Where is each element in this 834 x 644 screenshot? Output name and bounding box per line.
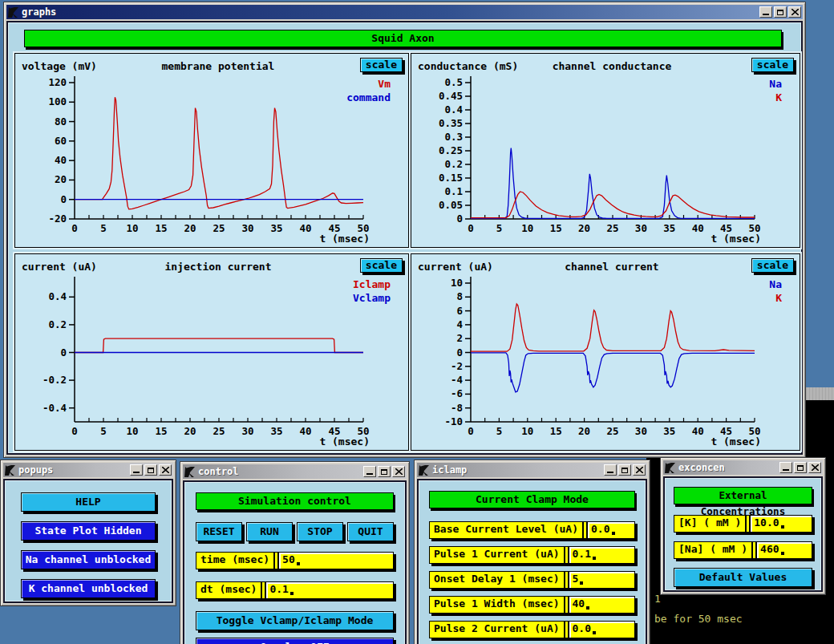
svg-text:0.4: 0.4 <box>444 103 463 115</box>
control-titlebar[interactable]: control <box>183 464 407 479</box>
close-button[interactable] <box>808 462 821 473</box>
pulse1-width-input[interactable]: 40 <box>569 597 634 613</box>
minimize-button[interactable] <box>759 6 772 18</box>
pulse2-current-field-row: Pulse 2 Current (uA) 0.0 <box>429 621 635 638</box>
svg-text:35: 35 <box>270 222 282 234</box>
svg-text:10: 10 <box>451 277 463 289</box>
x11-logo-icon <box>8 7 18 18</box>
pulse1-current-field-row: Pulse 1 Current (uA) 0.1 <box>429 546 635 564</box>
iclamp-window: iclamp Current Clamp Mode Base Current L… <box>414 460 650 644</box>
maximize-button[interactable] <box>144 464 157 476</box>
base-current-label: Base Current Level (uA) <box>430 522 582 538</box>
na-concentration-label: [Na] ( mM ) <box>674 542 751 558</box>
terminal-output-line: be for 50 msec <box>654 613 743 625</box>
close-icon <box>791 9 799 15</box>
popups-titlebar[interactable]: popups <box>3 463 173 477</box>
maximize-button[interactable] <box>794 462 807 473</box>
maximize-icon <box>797 465 804 471</box>
svg-text:120: 120 <box>48 76 67 88</box>
svg-text:0.3: 0.3 <box>444 131 463 143</box>
maximize-icon <box>381 469 387 475</box>
iclamp-titlebar[interactable]: iclamp <box>417 463 647 477</box>
toggle-clamp-mode-button[interactable]: Toggle Vclamp/Iclamp Mode <box>196 611 394 630</box>
run-button-row: RESET RUN STOP QUIT <box>196 522 394 541</box>
svg-text:20: 20 <box>184 425 196 437</box>
scale-button[interactable]: scale <box>751 258 794 273</box>
svg-text:Na: Na <box>769 278 782 290</box>
pulse2-current-input[interactable]: 0.0 <box>569 622 634 638</box>
control-window-content: Simulation control RESET RUN STOP QUIT t… <box>183 480 407 644</box>
minimize-icon <box>607 472 613 473</box>
svg-text:0.5: 0.5 <box>444 76 463 88</box>
svg-text:t (msec): t (msec) <box>319 233 370 245</box>
close-icon <box>162 467 169 473</box>
maximize-button[interactable] <box>618 464 631 476</box>
default-values-button[interactable]: Default Values <box>674 568 812 587</box>
svg-text:0: 0 <box>60 346 67 358</box>
scale-button[interactable]: scale <box>360 258 403 273</box>
svg-text:0.35: 0.35 <box>439 117 463 129</box>
quit-button[interactable]: QUIT <box>347 522 394 541</box>
time-field-label: time (msec) <box>196 553 273 569</box>
scale-button[interactable]: scale <box>360 58 403 72</box>
svg-text:5: 5 <box>496 222 503 234</box>
pulse1-width-label: Pulse 1 Width (msec) <box>430 597 564 613</box>
run-button[interactable]: RUN <box>246 522 293 541</box>
svg-text:10: 10 <box>126 425 138 437</box>
svg-text:4: 4 <box>456 318 463 330</box>
external-concentrations-banner: External Concentrations <box>674 487 812 504</box>
minimize-button[interactable] <box>604 464 617 476</box>
base-current-input[interactable]: 0.0 <box>588 522 634 538</box>
svg-text:K: K <box>775 91 782 103</box>
window-title: popups <box>18 463 127 477</box>
svg-text:25: 25 <box>213 425 225 437</box>
svg-text:0.4: 0.4 <box>48 290 67 302</box>
time-field-input[interactable]: 50 <box>279 553 393 569</box>
svg-text:20: 20 <box>578 222 590 234</box>
svg-text:5: 5 <box>100 222 107 234</box>
close-button[interactable] <box>788 6 801 18</box>
overlay-toggle-button[interactable]: Overlay OFF <box>196 638 394 644</box>
svg-text:channel current: channel current <box>565 261 658 273</box>
iclamp-window-content: Current Clamp Mode Base Current Level (u… <box>417 479 647 644</box>
exconcen-titlebar[interactable]: exconcen <box>663 460 823 475</box>
stop-button[interactable]: STOP <box>297 522 343 541</box>
pulse1-current-input[interactable]: 0.1 <box>569 547 634 563</box>
dt-field-input[interactable]: 0.1 <box>266 582 393 598</box>
svg-text:60: 60 <box>55 135 67 147</box>
window-title: iclamp <box>432 463 601 477</box>
onset-delay1-input[interactable]: 5 <box>569 572 634 588</box>
state-plot-toggle-button[interactable]: State Plot Hidden <box>21 521 156 541</box>
help-button[interactable]: HELP <box>21 492 156 512</box>
minimize-button[interactable] <box>363 466 376 477</box>
graphs-window-content: Squid Axon scale 120100806040200-2005101… <box>6 21 803 455</box>
maximize-button[interactable] <box>378 466 391 477</box>
close-button[interactable] <box>633 464 646 476</box>
svg-text:25: 25 <box>213 222 225 234</box>
minimize-icon <box>366 473 373 475</box>
svg-text:0: 0 <box>456 213 463 225</box>
close-icon <box>395 468 403 475</box>
x11-logo-icon <box>184 467 195 477</box>
svg-text:5: 5 <box>100 425 107 437</box>
close-button[interactable] <box>392 466 405 477</box>
reset-button[interactable]: RESET <box>196 522 242 541</box>
scale-button[interactable]: scale <box>751 58 794 72</box>
k-channel-block-button[interactable]: K channel unblocked <box>21 579 156 598</box>
svg-text:0.1: 0.1 <box>444 185 463 197</box>
maximize-icon <box>777 10 783 15</box>
svg-text:25: 25 <box>606 222 618 234</box>
exconcen-window: exconcen External Concentrations [K] ( m… <box>660 457 826 595</box>
na-concentration-input[interactable]: 460 <box>757 542 812 558</box>
maximize-button[interactable] <box>774 6 787 18</box>
close-button[interactable] <box>159 464 172 476</box>
window-title: control <box>198 464 360 479</box>
svg-text:30: 30 <box>241 425 253 437</box>
na-channel-block-button[interactable]: Na channel unblocked <box>21 550 156 569</box>
graphs-titlebar[interactable]: graphs <box>6 5 803 19</box>
close-icon <box>812 464 819 471</box>
minimize-button[interactable] <box>779 462 792 473</box>
window-title: graphs <box>22 5 756 19</box>
minimize-button[interactable] <box>130 464 143 476</box>
svg-text:10: 10 <box>521 222 533 234</box>
